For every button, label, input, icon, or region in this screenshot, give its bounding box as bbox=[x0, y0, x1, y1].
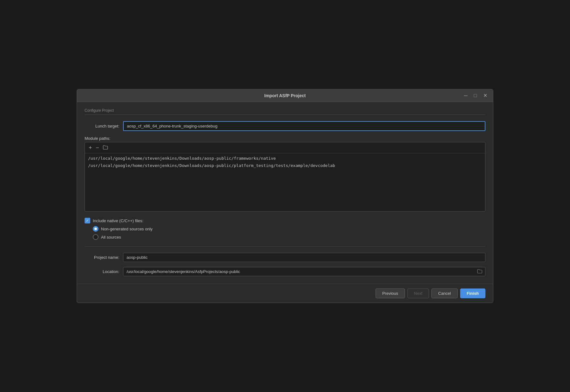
radio-non-generated-label: Non-generated sources only bbox=[101, 227, 152, 231]
close-button[interactable]: ✕ bbox=[481, 92, 489, 99]
list-item[interactable]: /usr/local/google/home/stevenjenkins/Dow… bbox=[88, 163, 482, 169]
browse-path-button[interactable] bbox=[102, 144, 109, 151]
include-native-checkbox-row[interactable]: ✓ Include native (C/C++) files: bbox=[85, 217, 485, 225]
module-paths-label: Module paths: bbox=[85, 136, 485, 141]
project-name-row: Project name: bbox=[85, 253, 485, 262]
add-path-button[interactable]: + bbox=[87, 144, 93, 151]
radio-non-generated-button[interactable] bbox=[93, 226, 98, 232]
remove-path-button[interactable]: − bbox=[95, 144, 101, 151]
minimize-button[interactable]: ─ bbox=[462, 92, 469, 99]
browse-location-icon[interactable] bbox=[477, 269, 482, 274]
lunch-target-label: Lunch target: bbox=[85, 124, 119, 128]
previous-button[interactable]: Previous bbox=[376, 288, 405, 298]
radio-group: Non-generated sources only All sources bbox=[93, 226, 485, 240]
module-paths-toolbar: + − bbox=[85, 142, 485, 153]
project-name-input[interactable] bbox=[123, 253, 485, 262]
import-dialog: Import ASfP Project ─ □ ✕ Configure Proj… bbox=[77, 89, 493, 303]
cancel-button[interactable]: Cancel bbox=[431, 288, 457, 298]
module-paths-list: /usr/local/google/home/stevenjenkins/Dow… bbox=[85, 153, 485, 170]
location-label: Location: bbox=[85, 269, 119, 274]
include-native-section: ✓ Include native (C/C++) files: Non-gene… bbox=[85, 217, 485, 240]
list-item[interactable]: /usr/local/google/home/stevenjenkins/Dow… bbox=[88, 155, 482, 161]
radio-all-sources-button[interactable] bbox=[93, 234, 98, 240]
dialog-title: Import ASfP Project bbox=[264, 93, 306, 98]
section-header: Configure Project bbox=[85, 108, 485, 115]
include-native-checkbox[interactable]: ✓ bbox=[85, 218, 90, 223]
include-native-label: Include native (C/C++) files: bbox=[93, 218, 143, 223]
titlebar-controls: ─ □ ✕ bbox=[462, 92, 489, 99]
dialog-footer: Previous Next Cancel Finish bbox=[77, 284, 493, 303]
radio-inner-icon bbox=[94, 228, 97, 230]
location-input[interactable] bbox=[123, 267, 485, 276]
separator bbox=[85, 246, 485, 246]
module-paths-container: + − /usr/local/google/home/stevenjenkins… bbox=[85, 142, 485, 211]
radio-non-generated[interactable]: Non-generated sources only bbox=[93, 226, 485, 232]
dialog-body: Configure Project Lunch target: Module p… bbox=[77, 102, 493, 282]
finish-button[interactable]: Finish bbox=[460, 288, 485, 298]
location-row: Location: bbox=[85, 267, 485, 276]
maximize-button[interactable]: □ bbox=[472, 92, 479, 99]
titlebar: Import ASfP Project ─ □ ✕ bbox=[77, 89, 493, 102]
location-input-wrapper bbox=[123, 267, 485, 276]
radio-all-sources-label: All sources bbox=[101, 235, 121, 240]
module-paths-section: Module paths: + − /usr/local/google/home… bbox=[85, 136, 485, 211]
lunch-target-row: Lunch target: bbox=[85, 121, 485, 131]
lunch-target-input[interactable] bbox=[123, 121, 485, 131]
radio-all-sources[interactable]: All sources bbox=[93, 234, 485, 240]
checkmark-icon: ✓ bbox=[86, 219, 89, 223]
next-button: Next bbox=[407, 288, 429, 298]
project-name-label: Project name: bbox=[85, 255, 119, 260]
